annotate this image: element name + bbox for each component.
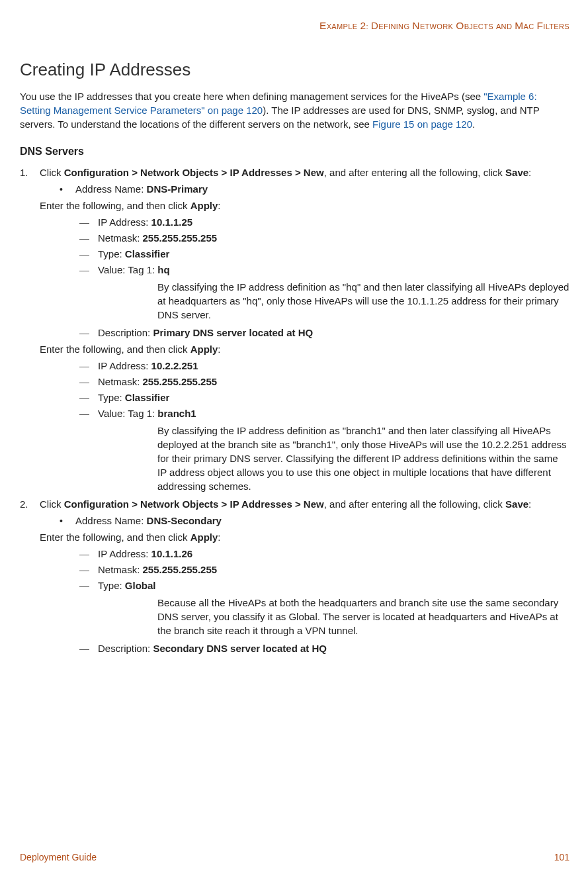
- dash-icon: —: [79, 360, 98, 371]
- dash-icon: —: [79, 548, 98, 559]
- dash-icon: —: [79, 408, 98, 419]
- sub-item-text: Netmask: 255.255.255.255: [98, 564, 217, 575]
- sub-item-text: Description: Primary DNS server located …: [98, 327, 313, 338]
- step: 1.Click Configuration > Network Objects …: [20, 167, 569, 493]
- bullet-text: Address Name: DNS-Primary: [75, 183, 208, 195]
- bullet-line: •Address Name: DNS-Secondary: [60, 515, 569, 526]
- dash-icon: —: [79, 376, 98, 387]
- step-line: 1.Click Configuration > Network Objects …: [20, 167, 569, 178]
- apply-intro: Enter the following, and then click Appl…: [20, 532, 569, 543]
- bullet-icon: •: [60, 184, 75, 195]
- sub-item-text: Netmask: 255.255.255.255: [98, 232, 217, 244]
- sub-item-text: IP Address: 10.1.1.26: [98, 548, 192, 559]
- sub-item: —IP Address: 10.1.1.26: [79, 548, 569, 559]
- note-text: By classifying the IP address definition…: [79, 424, 569, 493]
- intro-text-1: You use the IP addresses that you create…: [20, 91, 483, 102]
- dash-icon: —: [79, 580, 98, 591]
- link-figure15[interactable]: Figure 15 on page 120: [372, 118, 472, 130]
- step-number: 1.: [20, 167, 40, 178]
- sub-item: —IP Address: 10.1.1.25: [79, 216, 569, 228]
- dash-icon: —: [79, 216, 98, 228]
- intro-paragraph: You use the IP addresses that you create…: [20, 89, 569, 131]
- sublist: —IP Address: 10.1.1.26—Netmask: 255.255.…: [20, 548, 569, 654]
- dash-icon: —: [79, 392, 98, 403]
- page-title: Creating IP Addresses: [20, 60, 569, 80]
- sub-item: —Type: Global: [79, 580, 569, 591]
- sub-item-text: Type: Classifier: [98, 248, 169, 259]
- running-header: EXAMPLE 2: DEFINING NETWORK OBJECTS aND …: [20, 20, 569, 32]
- dash-icon: —: [79, 264, 98, 275]
- footer-right: 101: [554, 852, 569, 862]
- apply-intro: Enter the following, and then click Appl…: [20, 200, 569, 211]
- dash-icon: —: [79, 232, 98, 244]
- dash-icon: —: [79, 248, 98, 259]
- sub-item-text: Description: Secondary DNS server locate…: [98, 643, 327, 654]
- step-number: 2.: [20, 498, 40, 510]
- running-header-text: EXAMPLE 2: DEFINING NETWORK OBJECTS aND …: [319, 21, 569, 31]
- intro-text-3: .: [472, 118, 475, 130]
- subsection-heading: DNS Servers: [20, 146, 569, 158]
- note-text: Because all the HiveAPs at both the head…: [79, 596, 569, 637]
- bullet-text: Address Name: DNS-Secondary: [75, 515, 222, 526]
- sub-item: —Netmask: 255.255.255.255: [79, 232, 569, 244]
- sub-item-text: Netmask: 255.255.255.255: [98, 376, 217, 387]
- sub-item: —Value: Tag 1: hq: [79, 264, 569, 275]
- sub-item-text: IP Address: 10.1.1.25: [98, 216, 192, 228]
- sub-item: —Netmask: 255.255.255.255: [79, 564, 569, 575]
- dash-icon: —: [79, 327, 98, 338]
- sub-item: —Type: Classifier: [79, 248, 569, 259]
- sub-item: —Netmask: 255.255.255.255: [79, 376, 569, 387]
- sub-item-text: Type: Classifier: [98, 392, 169, 403]
- sub-item: —Description: Secondary DNS server locat…: [79, 643, 569, 654]
- page-footer: Deployment Guide 101: [20, 852, 569, 862]
- steps-list: 1.Click Configuration > Network Objects …: [20, 167, 569, 654]
- dash-icon: —: [79, 643, 98, 654]
- step: 2.Click Configuration > Network Objects …: [20, 498, 569, 654]
- sub-item-text: Value: Tag 1: branch1: [98, 408, 196, 419]
- sublist: —IP Address: 10.1.1.25—Netmask: 255.255.…: [20, 216, 569, 338]
- sub-item: —Description: Primary DNS server located…: [79, 327, 569, 338]
- bullet-block: •Address Name: DNS-Primary: [20, 183, 569, 195]
- sub-item-text: IP Address: 10.2.2.251: [98, 360, 198, 371]
- sublist: —IP Address: 10.2.2.251—Netmask: 255.255…: [20, 360, 569, 493]
- footer-left: Deployment Guide: [20, 852, 97, 862]
- step-line: 2.Click Configuration > Network Objects …: [20, 498, 569, 510]
- bullet-icon: •: [60, 516, 75, 526]
- sub-item-text: Value: Tag 1: hq: [98, 264, 170, 275]
- bullet-line: •Address Name: DNS-Primary: [60, 183, 569, 195]
- step-text: Click Configuration > Network Objects > …: [40, 498, 569, 510]
- apply-intro: Enter the following, and then click Appl…: [20, 344, 569, 355]
- sub-item-text: Type: Global: [98, 580, 156, 591]
- sub-item: —Type: Classifier: [79, 392, 569, 403]
- sub-item: —IP Address: 10.2.2.251: [79, 360, 569, 371]
- bullet-block: •Address Name: DNS-Secondary: [20, 515, 569, 526]
- dash-icon: —: [79, 564, 98, 575]
- step-text: Click Configuration > Network Objects > …: [40, 167, 569, 178]
- note-text: By classifying the IP address definition…: [79, 280, 569, 322]
- sub-item: —Value: Tag 1: branch1: [79, 408, 569, 419]
